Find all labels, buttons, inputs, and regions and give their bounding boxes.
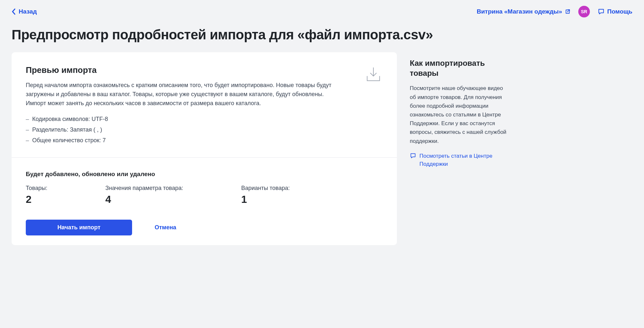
stat-products-label: Товары: xyxy=(26,185,47,192)
detail-encoding: Кодировка символов: UTF-8 xyxy=(26,116,383,123)
stat-variants: Варианты товара: 1 xyxy=(241,185,290,205)
stat-option-values-label: Значения параметра товара: xyxy=(105,185,183,192)
storefront-link[interactable]: Витрина «Магазин одежды» xyxy=(477,8,571,15)
chevron-left-icon xyxy=(12,8,15,15)
stats-row: Товары: 2 Значения параметра товара: 4 В… xyxy=(26,185,383,205)
preview-title: Превью импорта xyxy=(26,65,383,75)
detail-delimiter: Разделитель: Запятая ( , ) xyxy=(26,126,383,133)
support-center-link[interactable]: Посмотреть статьи в Центре Поддержки xyxy=(410,152,506,168)
external-link-icon xyxy=(565,9,571,15)
help-label: Помощь xyxy=(607,8,632,15)
page-title: Предпросмотр подробностей импорта для «ф… xyxy=(0,21,644,52)
preview-details-list: Кодировка символов: UTF-8 Разделитель: З… xyxy=(26,116,383,144)
storefront-label: Витрина «Магазин одежды» xyxy=(477,8,562,15)
start-import-button[interactable]: Начать импорт xyxy=(26,220,132,235)
top-right-group: Витрина «Магазин одежды» SR Помощь xyxy=(477,6,632,17)
actions-row: Начать импорт Отмена xyxy=(26,220,383,235)
sidebar-text: Посмотрите наше обучающее видео об импор… xyxy=(410,84,506,145)
help-link[interactable]: Помощь xyxy=(598,8,632,15)
avatar[interactable]: SR xyxy=(578,6,590,17)
cancel-button[interactable]: Отмена xyxy=(155,224,176,231)
support-center-label: Посмотреть статьи в Центре Поддержки xyxy=(419,152,506,168)
summary-heading: Будет добавлено, обновлено или удалено xyxy=(26,171,383,178)
help-sidebar: Как импортировать товары Посмотрите наше… xyxy=(410,52,506,168)
stat-option-values: Значения параметра товара: 4 xyxy=(105,185,183,205)
stat-variants-value: 1 xyxy=(241,194,290,205)
stat-option-values-value: 4 xyxy=(105,194,183,205)
chat-icon xyxy=(410,153,416,159)
sidebar-title: Как импортировать товары xyxy=(410,58,506,78)
stat-variants-label: Варианты товара: xyxy=(241,185,290,192)
back-label: Назад xyxy=(19,8,37,15)
preview-card: Превью импорта Перед началом импорта озн… xyxy=(12,52,397,245)
detail-rowcount: Общее количество строк: 7 xyxy=(26,137,383,144)
preview-description: Перед началом импорта ознакомьтесь с кра… xyxy=(26,81,332,108)
download-icon xyxy=(364,65,383,85)
content-wrap: Превью импорта Перед началом импорта озн… xyxy=(0,52,644,245)
back-button[interactable]: Назад xyxy=(12,8,37,15)
stat-products-value: 2 xyxy=(26,194,47,205)
stat-products: Товары: 2 xyxy=(26,185,47,205)
chat-icon xyxy=(598,8,605,15)
top-bar: Назад Витрина «Магазин одежды» SR Помощь xyxy=(0,0,644,21)
